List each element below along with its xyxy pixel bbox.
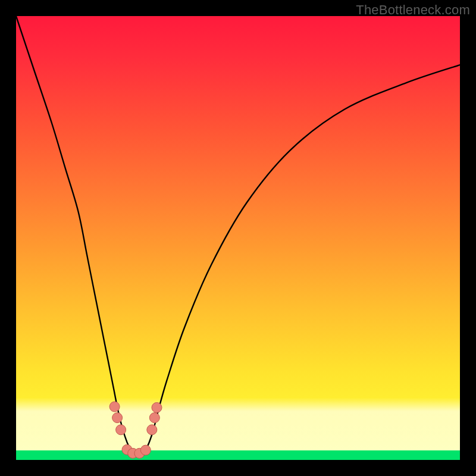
curve-marker [140,445,151,455]
curve-markers [109,402,162,458]
plot-area [16,16,460,460]
bottleneck-curve [16,16,460,456]
curve-marker [109,402,120,412]
chart-frame: TheBottleneck.com [0,0,476,476]
curve-marker [147,425,157,435]
curve-marker [112,413,123,423]
curve-marker [149,413,159,423]
curve-layer [16,16,460,460]
curve-marker [116,425,126,435]
curve-marker [152,403,162,413]
